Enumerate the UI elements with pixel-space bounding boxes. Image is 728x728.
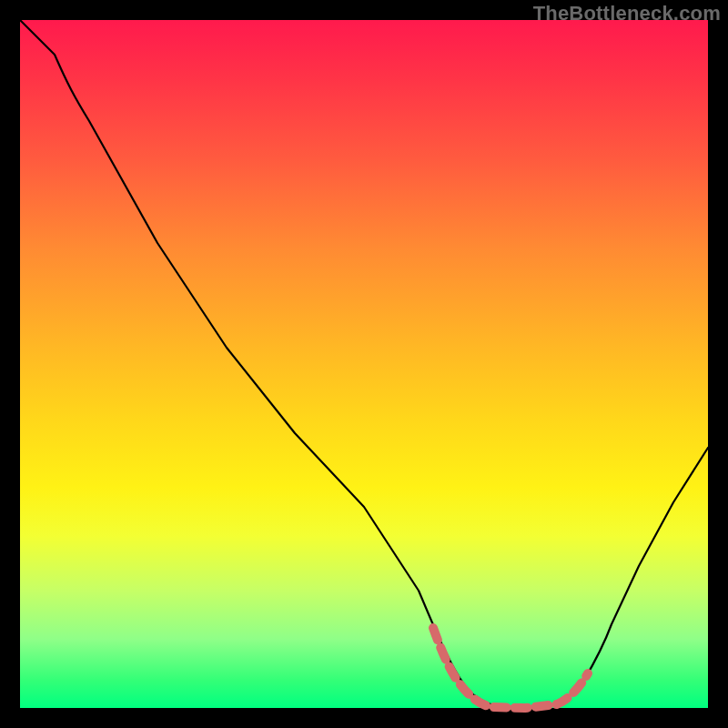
watermark-text: TheBottleneck.com — [533, 2, 721, 25]
chart-frame: TheBottleneck.com — [0, 0, 728, 728]
plot-area — [20, 20, 708, 708]
curve-svg — [20, 20, 708, 708]
bottleneck-curve — [20, 20, 708, 707]
optimal-range-highlight — [433, 628, 588, 708]
